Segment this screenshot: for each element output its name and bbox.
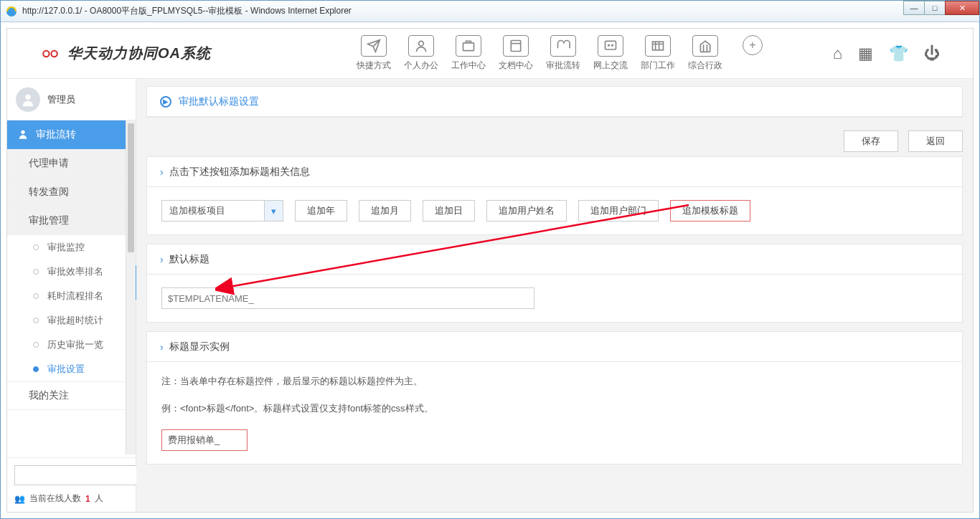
save-button[interactable]: 保存 — [844, 130, 898, 152]
svg-rect-2 — [463, 43, 474, 51]
page-title: 审批默认标题设置 — [179, 95, 259, 108]
sub-item-time-rank[interactable]: 耗时流程排名 — [7, 284, 136, 308]
page-title-panel: ▶ 审批默认标题设置 — [146, 86, 963, 118]
svg-point-1 — [419, 41, 424, 46]
online-count: 👥 当前在线人数 1人 — [14, 492, 128, 505]
category-user-icon — [17, 128, 29, 142]
bullet-icon — [33, 293, 39, 299]
close-button[interactable]: ✕ — [945, 1, 979, 15]
sidebar-bottom: 👥 当前在线人数 1人 — [7, 457, 136, 512]
svg-point-9 — [21, 130, 24, 133]
svg-rect-3 — [511, 41, 520, 52]
svg-rect-7 — [653, 42, 664, 50]
nav-shortcut[interactable]: 快捷方式 — [354, 35, 393, 72]
chevron-right-icon: › — [160, 341, 164, 353]
brand-name: 华天动力协同OA系统 — [67, 44, 211, 63]
add-template-title-button[interactable]: 追加模板标题 — [670, 200, 750, 222]
example-output: 费用报销单_ — [161, 429, 248, 451]
add-month-button[interactable]: 追加月 — [359, 200, 411, 222]
brand: 华天动力协同OA系统 — [40, 44, 211, 63]
nav-work[interactable]: 工作中心 — [449, 35, 488, 72]
header-right-icons: ⌂ ▦ 👕 ⏻ — [833, 44, 940, 63]
apps-icon[interactable]: ▦ — [858, 44, 873, 63]
avatar-icon — [16, 87, 40, 112]
chevron-down-icon: ▾ — [264, 201, 283, 221]
note-text-1: 注：当表单中存在标题控件，最后显示的标题以标题控件为主。 — [161, 375, 948, 388]
add-title-info-panel: › 点击下述按钮添加标题相关信息 追加模板项目 ▾ 追加年 追加月 — [146, 156, 963, 235]
window-titlebar: http://127.0.0.1/ - OA8000平台版_FPLMYSQL5-… — [1, 1, 979, 22]
bullet-icon — [33, 366, 39, 372]
people-icon: 👥 — [14, 494, 25, 504]
action-row: 保存 返回 — [146, 126, 963, 156]
sub-item-history[interactable]: 历史审批一览 — [7, 333, 136, 357]
sub-item-efficiency[interactable]: 审批效率排名 — [7, 260, 136, 284]
default-title-input[interactable] — [161, 287, 534, 309]
sidebar-category[interactable]: 审批流转 — [7, 120, 136, 149]
nav-personal[interactable]: 个人办公 — [402, 35, 440, 72]
bullet-icon — [33, 318, 39, 323]
shirt-icon[interactable]: 👕 — [889, 44, 908, 63]
svg-rect-4 — [606, 41, 616, 49]
add-username-button[interactable]: 追加用户姓名 — [486, 200, 567, 222]
sub-item-monitor[interactable]: 审批监控 — [7, 235, 136, 260]
nav-chat[interactable]: 网上交流 — [591, 35, 630, 72]
sub-item-settings[interactable]: 审批设置 — [7, 357, 136, 381]
brand-logo-icon — [40, 47, 60, 61]
back-button[interactable]: 返回 — [908, 130, 963, 152]
ie-icon — [5, 5, 18, 18]
main-content: ▶ 审批默认标题设置 保存 返回 › 点击下述按钮添加标题相关信息 — [136, 79, 973, 512]
nav-icons: 快捷方式 个人办公 工作中心 文档中心 审批流转 网上交流 部门工作 综合行政 … — [354, 35, 772, 72]
svg-point-5 — [608, 44, 610, 46]
user-block: 管理员 — [7, 79, 136, 120]
chevron-right-icon: › — [160, 166, 164, 178]
template-item-select[interactable]: 追加模板项目 ▾ — [161, 200, 283, 222]
default-title-panel: › 默认标题 — [146, 244, 963, 323]
app-header: 华天动力协同OA系统 快捷方式 个人办公 工作中心 文档中心 审批流转 网上交流… — [7, 29, 973, 79]
add-userdept-button[interactable]: 追加用户部门 — [578, 200, 659, 222]
sidebar-item-follow[interactable]: 我的关注 — [7, 381, 136, 410]
bullet-icon — [33, 244, 39, 250]
chevron-right-icon: › — [160, 254, 164, 265]
nav-admin[interactable]: 综合行政 — [686, 35, 725, 72]
svg-point-8 — [25, 94, 30, 99]
sub-item-timeout[interactable]: 审批超时统计 — [7, 308, 136, 333]
add-year-button[interactable]: 追加年 — [295, 200, 347, 222]
sidebar-item-forward[interactable]: 转发查阅 — [7, 178, 136, 206]
add-day-button[interactable]: 追加日 — [423, 200, 475, 222]
nav-dept[interactable]: 部门工作 — [639, 35, 677, 72]
power-icon[interactable]: ⏻ — [924, 44, 940, 63]
title-example-panel: › 标题显示实例 注：当表单中存在标题控件，最后显示的标题以标题控件为主。 例：… — [146, 331, 963, 465]
arrow-right-icon: ▶ — [160, 96, 171, 108]
minimize-button[interactable]: — — [903, 1, 925, 15]
note-text-2: 例：<font>标题</font>。标题样式设置仅支持font标签的css样式。 — [161, 402, 948, 415]
sidebar-item-proxy[interactable]: 代理申请 — [7, 149, 136, 178]
svg-point-6 — [612, 44, 613, 46]
sidebar-search-input[interactable] — [14, 465, 145, 485]
user-name: 管理员 — [47, 93, 75, 106]
sidebar-item-approval-mgmt[interactable]: 审批管理 — [7, 206, 136, 235]
bullet-icon — [33, 342, 39, 348]
sidebar-scrollbar[interactable] — [126, 120, 136, 454]
nav-add[interactable]: + — [733, 35, 772, 72]
scrollbar-thumb[interactable] — [128, 123, 134, 252]
window-title: http://127.0.0.1/ - OA8000平台版_FPLMYSQL5-… — [22, 5, 352, 17]
maximize-button[interactable]: □ — [924, 1, 946, 15]
sidebar: 管理员 审批流转 代理申请 转发查阅 审批管理 审批监控 — [7, 79, 136, 512]
home-icon[interactable]: ⌂ — [833, 44, 842, 63]
bullet-icon — [33, 269, 39, 275]
nav-docs[interactable]: 文档中心 — [496, 35, 535, 72]
nav-approval[interactable]: 审批流转 — [544, 35, 583, 72]
